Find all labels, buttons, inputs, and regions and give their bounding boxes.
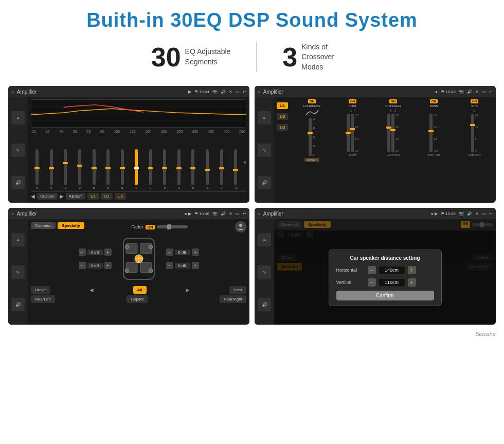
copilot-btn[interactable]: Copilot <box>127 295 148 303</box>
screen1-sidebar: ≡ ∿ 🔊 <box>8 97 28 203</box>
left-bot-db: − 0 dB + <box>79 262 112 269</box>
eq-slider-5[interactable]: 0 <box>87 149 100 189</box>
watermark-text: Seicane <box>475 331 496 337</box>
horizontal-plus[interactable]: + <box>408 266 416 274</box>
cx-u-buttons: U1 U2 U3 <box>274 97 291 203</box>
cx-phat: ON PHAT G F 3.0 2.1 <box>333 99 372 162</box>
sidebar2-wave-btn[interactable]: ∿ <box>258 144 271 157</box>
x2-icon: ✕ <box>475 90 479 94</box>
eq-slider-9[interactable]: 0 <box>145 149 157 189</box>
right-top-minus[interactable]: − <box>166 248 173 256</box>
vertical-label: Vertical <box>336 280 365 285</box>
sidebar4-eq-btn[interactable]: ≡ <box>258 233 271 246</box>
car-diagram <box>116 236 162 282</box>
confirm-btn[interactable]: Confirm <box>336 291 434 300</box>
home2-icon[interactable] <box>258 90 260 94</box>
fader-slider[interactable] <box>157 225 188 228</box>
sidebar4-wave-btn[interactable]: ∿ <box>258 265 271 279</box>
home3-icon[interactable] <box>11 211 14 216</box>
box4-icon: ▭ <box>482 211 486 216</box>
eq-slider-7[interactable]: 0 <box>116 149 129 189</box>
eq-reset-btn[interactable]: RESET <box>66 193 86 200</box>
next-icon[interactable]: ▶ <box>186 287 190 293</box>
rearleft-btn[interactable]: RearLeft <box>31 295 55 303</box>
eq-next-btn[interactable]: ▶ <box>60 193 64 199</box>
sidebar3-wave-btn[interactable]: ∿ <box>11 265 25 279</box>
eq-u3-btn[interactable]: U3 <box>115 193 126 200</box>
right-bot-plus[interactable]: + <box>192 262 199 269</box>
eq-slider-12[interactable]: 0 <box>187 149 200 189</box>
eq-slider-14[interactable]: 0 <box>215 149 228 189</box>
home4-icon[interactable] <box>258 211 260 216</box>
right-top-plus[interactable]: + <box>192 248 199 256</box>
rearright-btn[interactable]: RearRight <box>220 295 246 303</box>
driver-btn[interactable]: Driver <box>31 286 50 294</box>
vol2-icon: 🔊 <box>467 90 472 94</box>
x4-icon: ✕ <box>475 211 479 216</box>
specialty-tab[interactable]: Specialty <box>58 222 84 229</box>
cx-u3-btn[interactable]: U3 <box>277 124 288 131</box>
eq-custom-btn[interactable]: Custom <box>37 193 58 200</box>
eq-slider-3[interactable]: 5 <box>59 149 72 189</box>
sidebar-vol-btn[interactable]: 🔊 <box>11 176 25 189</box>
left-top-minus[interactable]: − <box>79 248 86 256</box>
eq-slider-8[interactable]: 0 <box>130 149 143 189</box>
all-btn[interactable]: All <box>133 286 147 294</box>
eq-slider-10[interactable]: 0 <box>158 149 171 189</box>
sidebar3-vol-btn[interactable]: 🔊 <box>11 298 25 311</box>
stat-eq-label: EQ AdjustableSegments <box>185 47 231 67</box>
eq-prev-btn[interactable]: ◀ <box>31 193 35 199</box>
common-tab[interactable]: Common <box>31 222 56 229</box>
back2-icon[interactable]: ↩ <box>489 90 493 94</box>
left-bot-plus[interactable]: + <box>104 262 112 269</box>
cx-loudness: ON LOUDNESS 64 48 32 <box>293 99 331 162</box>
left-bot-minus[interactable]: − <box>79 262 86 269</box>
watermark: Seicane <box>0 330 504 340</box>
screen4-sidebar: ≡ ∿ 🔊 <box>255 219 274 325</box>
sidebar3-eq-btn[interactable]: ≡ <box>11 233 25 246</box>
sp-bottom-row: Driver ◀ All ▶ User <box>31 286 246 294</box>
vertical-plus[interactable]: + <box>408 278 416 287</box>
sidebar-wave-btn[interactable]: ∿ <box>11 144 25 157</box>
eq-slider-1[interactable]: 0 <box>31 149 44 189</box>
x3-icon: ✕ <box>229 211 232 216</box>
eq-slider-13[interactable]: -1 <box>201 149 214 189</box>
right-bot-val: 0 dB <box>175 263 190 269</box>
sidebar-eq-btn[interactable]: ≡ <box>11 111 25 125</box>
prev-icon[interactable]: ◀ <box>89 287 94 293</box>
cx-u2-btn[interactable]: U2 <box>277 113 288 120</box>
dialog-overlay: Car speaker distance setting Horizontal … <box>274 230 496 325</box>
cx-modules: ON LOUDNESS 64 48 32 <box>291 97 496 203</box>
eq-slider-4[interactable]: 0 <box>74 149 86 189</box>
svg-point-4 <box>239 224 242 227</box>
screen-eq: Amplifier ▶ ⚑ 10:44 📷 🔊 ✕ ▭ ↩ ≡ ∿ 🔊 <box>8 86 249 203</box>
stats-row: 30 EQ AdjustableSegments 3 Kinds ofCross… <box>0 37 504 82</box>
back4-icon[interactable]: ↩ <box>489 211 493 216</box>
left-db-column: − 0 dB + − 0 dB + <box>79 248 112 269</box>
eq-u1-btn[interactable]: U1 <box>87 193 99 200</box>
eq-slider-15[interactable]: -1 <box>229 149 242 189</box>
sidebar2-eq-btn[interactable]: ≡ <box>258 111 271 125</box>
stat-eq: 30 EQ AdjustableSegments <box>125 44 257 70</box>
vertical-minus[interactable]: − <box>368 278 376 287</box>
eq-slider-2[interactable]: 0 <box>45 149 58 189</box>
left-top-plus[interactable]: + <box>104 248 112 256</box>
back3-icon[interactable]: ↩ <box>243 211 246 216</box>
right-bot-minus[interactable]: − <box>166 262 173 269</box>
horizontal-minus[interactable]: − <box>368 266 376 274</box>
screens-grid: Amplifier ▶ ⚑ 10:44 📷 🔊 ✕ ▭ ↩ ≡ ∿ 🔊 <box>0 82 504 330</box>
fader-label: Fader <box>131 224 143 229</box>
eq-u2-btn[interactable]: U2 <box>101 193 112 200</box>
user-btn[interactable]: User <box>229 286 246 294</box>
fader-on-badge: ON <box>146 225 155 229</box>
eq-slider-6[interactable]: 0 <box>102 149 115 189</box>
stat-eq-number: 30 <box>151 44 181 70</box>
svg-point-14 <box>149 245 153 249</box>
cx-u1-btn[interactable]: U1 <box>277 102 288 109</box>
dialog-box: Car speaker distance setting Horizontal … <box>329 250 442 306</box>
eq-slider-11[interactable]: 0 <box>173 149 186 189</box>
home-icon[interactable] <box>11 90 14 94</box>
back1-icon[interactable]: ↩ <box>243 90 246 94</box>
sidebar2-vol-btn[interactable]: 🔊 <box>258 176 271 189</box>
sidebar4-vol-btn[interactable]: 🔊 <box>258 298 271 311</box>
